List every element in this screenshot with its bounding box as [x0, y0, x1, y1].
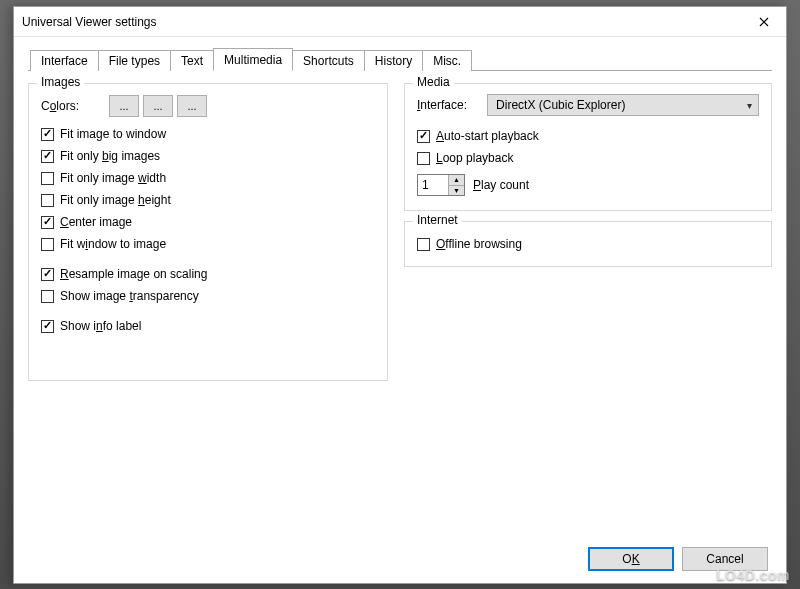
media-interface-value: DirectX (Cubic Explorer)	[496, 98, 625, 112]
color-button-3[interactable]: ...	[177, 95, 207, 117]
settings-window: Universal Viewer settings Interface File…	[13, 6, 787, 584]
group-internet-title: Internet	[413, 213, 462, 227]
titlebar: Universal Viewer settings	[14, 7, 786, 37]
tab-interface[interactable]: Interface	[30, 50, 99, 71]
playcount-down[interactable]: ▼	[449, 186, 464, 196]
client-area: Interface File types Text Multimedia Sho…	[14, 37, 786, 583]
tab-multimedia[interactable]: Multimedia	[213, 48, 293, 71]
colors-label: Colors:	[41, 99, 79, 113]
checkbox-transparency[interactable]	[41, 290, 54, 303]
checkbox-fit-big[interactable]	[41, 150, 54, 163]
playcount-value[interactable]: 1	[418, 175, 448, 195]
tab-shortcuts[interactable]: Shortcuts	[292, 50, 365, 71]
watermark: LO4D.com	[716, 567, 790, 583]
chevron-down-icon: ▾	[747, 100, 752, 111]
label-fit-width: Fit only image width	[60, 171, 166, 185]
label-offline: Offline browsing	[436, 237, 522, 251]
tab-filetypes[interactable]: File types	[98, 50, 171, 71]
label-fit-height: Fit only image height	[60, 193, 171, 207]
media-interface-dropdown[interactable]: DirectX (Cubic Explorer) ▾	[487, 94, 759, 116]
playcount-spinner[interactable]: 1 ▲ ▼	[417, 174, 465, 196]
checkbox-fit-window[interactable]	[41, 128, 54, 141]
checkbox-loop[interactable]	[417, 152, 430, 165]
checkbox-autostart[interactable]	[417, 130, 430, 143]
tab-history[interactable]: History	[364, 50, 423, 71]
checkbox-fit-width[interactable]	[41, 172, 54, 185]
label-autostart: Auto-start playback	[436, 129, 539, 143]
label-transparency: Show image transparency	[60, 289, 199, 303]
label-fit-window: Fit image to window	[60, 127, 166, 141]
label-info-label: Show info label	[60, 319, 141, 333]
color-button-2[interactable]: ...	[143, 95, 173, 117]
checkbox-resample[interactable]	[41, 268, 54, 281]
playcount-up[interactable]: ▲	[449, 175, 464, 186]
checkbox-fit-height[interactable]	[41, 194, 54, 207]
media-interface-label: Interface:	[417, 98, 467, 112]
group-media: Media Interface: DirectX (Cubic Explorer…	[404, 83, 772, 211]
label-playcount: Play count	[473, 178, 529, 192]
label-center: Center image	[60, 215, 132, 229]
close-icon	[759, 17, 769, 27]
label-fit-big: Fit only big images	[60, 149, 160, 163]
group-images-title: Images	[37, 75, 84, 89]
ok-button[interactable]: OK	[588, 547, 674, 571]
window-title: Universal Viewer settings	[22, 15, 157, 29]
checkbox-offline[interactable]	[417, 238, 430, 251]
label-resample: Resample image on scaling	[60, 267, 207, 281]
label-loop: Loop playback	[436, 151, 513, 165]
checkbox-info-label[interactable]	[41, 320, 54, 333]
color-button-1[interactable]: ...	[109, 95, 139, 117]
close-button[interactable]	[741, 8, 786, 36]
label-fit-window-to-image: Fit window to image	[60, 237, 166, 251]
tab-text[interactable]: Text	[170, 50, 214, 71]
checkbox-fit-window-to-image[interactable]	[41, 238, 54, 251]
group-images: Images Colors: ... ... ... Fit image to …	[28, 83, 388, 381]
group-media-title: Media	[413, 75, 454, 89]
tab-misc[interactable]: Misc.	[422, 50, 472, 71]
tabstrip: Interface File types Text Multimedia Sho…	[28, 47, 772, 71]
checkbox-center[interactable]	[41, 216, 54, 229]
group-internet: Internet Offline browsing	[404, 221, 772, 267]
